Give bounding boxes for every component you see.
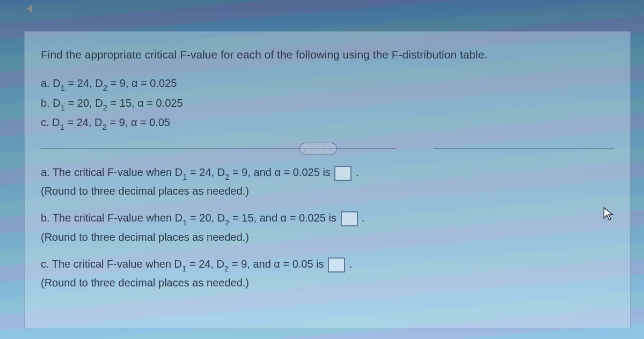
answer-c-note: (Round to three decimal places as needed… — [41, 275, 614, 291]
param-b: b. D1 = 20, D2 = 15, α = 0.025 — [41, 94, 614, 114]
answer-a-text: a. The critical F-value when D1 = 24, D2… — [41, 166, 333, 178]
divider-expand-button[interactable]: . . . . . — [299, 143, 337, 154]
answer-a-note: (Round to three decimal places as needed… — [41, 183, 614, 199]
answer-a: a. The critical F-value when D1 = 24, D2… — [41, 164, 614, 200]
answer-b-input[interactable] — [341, 211, 358, 226]
param-a: a. D1 = 24, D2 = 9, α = 0.025 — [41, 74, 614, 94]
answer-c-period: . — [349, 258, 353, 270]
answer-b: b. The critical F-value when D1 = 20, D2… — [41, 210, 614, 245]
question-prompt: Find the appropriate critical F-value fo… — [41, 47, 614, 62]
divider-line-left — [41, 148, 396, 149]
divider-line-right — [434, 148, 614, 149]
answer-b-text: b. The critical F-value when D1 = 20, D2… — [41, 212, 340, 224]
param-c: c. D1 = 24, D2 = 9, α = 0.05 — [41, 113, 614, 133]
answer-c: c. The critical F-value when D1 = 24, D2… — [41, 256, 614, 291]
parameter-list: a. D1 = 24, D2 = 9, α = 0.025 b. D1 = 20… — [41, 74, 614, 133]
answer-c-input[interactable] — [328, 257, 345, 272]
answer-b-period: . — [362, 212, 365, 224]
answer-b-note: (Round to three decimal places as needed… — [41, 229, 614, 245]
section-divider: . . . . . — [41, 143, 614, 154]
back-arrow-icon[interactable] — [27, 4, 32, 13]
answer-a-period: . — [356, 166, 359, 178]
answer-a-input[interactable] — [334, 166, 352, 181]
question-panel: Find the appropriate critical F-value fo… — [24, 31, 631, 328]
answer-c-text: c. The critical F-value when D1 = 24, D2… — [41, 258, 327, 270]
mouse-cursor-icon — [603, 207, 614, 222]
